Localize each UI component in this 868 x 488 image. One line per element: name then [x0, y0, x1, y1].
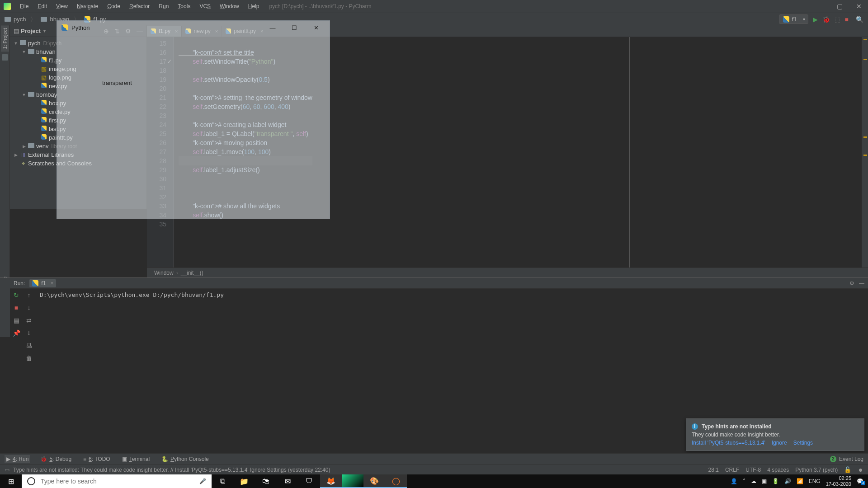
- python-icon: [783, 16, 789, 23]
- close-button[interactable]: ✕: [854, 3, 864, 10]
- menu-window[interactable]: Window: [216, 2, 243, 10]
- down-button[interactable]: ↓: [28, 304, 31, 311]
- event-log-tab[interactable]: Event Log: [839, 456, 863, 462]
- soft-wrap-button[interactable]: ⇄: [26, 317, 32, 324]
- readonly-icon[interactable]: 🔓: [844, 466, 851, 473]
- bookmarks-icon[interactable]: [2, 54, 8, 61]
- project-tab[interactable]: 1: Project: [1, 25, 9, 52]
- pywin-minimize[interactable]: —: [264, 24, 282, 31]
- run-tool-window: Run: f1 × ⚙ — ↻ ■ ▤ 📌 ↑ ↓ ⇄ ⤓ 🖶 🗑 D:\pyc…: [0, 277, 868, 337]
- bottom-tab[interactable]: ▣Terminal: [120, 455, 151, 463]
- right-margin-line: [629, 37, 630, 267]
- print-button[interactable]: 🖶: [26, 342, 32, 349]
- project-view-dropdown[interactable]: ▾: [43, 28, 46, 33]
- hide-icon[interactable]: —: [859, 280, 864, 286]
- error-stripe[interactable]: [862, 37, 868, 267]
- clear-button[interactable]: 🗑: [26, 355, 32, 362]
- menu-file[interactable]: File: [16, 2, 32, 10]
- firefox-button[interactable]: 🦊: [320, 474, 342, 488]
- tray-expand-icon[interactable]: ˄: [743, 478, 745, 484]
- search-input[interactable]: [41, 478, 194, 485]
- windows-search[interactable]: 🎤: [22, 474, 212, 488]
- notification-link-settings[interactable]: Settings: [793, 440, 813, 446]
- encoding[interactable]: UTF-8: [745, 467, 761, 473]
- predator-button[interactable]: 🛡: [298, 474, 320, 488]
- status-icon[interactable]: ▭: [5, 467, 9, 473]
- up-button[interactable]: ↑: [28, 291, 31, 299]
- main-menu: File Edit View Navigate Code Refactor Ru…: [16, 2, 263, 10]
- menu-code[interactable]: Code: [104, 2, 124, 10]
- pin-button[interactable]: 📌: [13, 329, 20, 337]
- menu-refactor[interactable]: Refactor: [126, 2, 153, 10]
- action-center-button[interactable]: 💬4: [857, 478, 863, 484]
- volume-icon[interactable]: 🔊: [784, 478, 791, 484]
- interpreter[interactable]: Python 3.7 (pych): [795, 467, 838, 473]
- menu-vcs[interactable]: VCS: [196, 2, 214, 10]
- menu-run[interactable]: Run: [155, 2, 172, 10]
- ide-title-bar: File Edit View Navigate Code Refactor Ru…: [0, 0, 868, 13]
- menu-help[interactable]: Help: [245, 2, 263, 10]
- rerun-button[interactable]: ↻: [14, 291, 19, 299]
- crumb-method[interactable]: __init__(): [181, 270, 203, 276]
- bottom-tab[interactable]: ▶4: Run: [5, 455, 30, 463]
- pywin-close[interactable]: ✕: [307, 24, 325, 31]
- run-config-selector[interactable]: f1: [779, 14, 808, 24]
- python-icon: [32, 280, 38, 286]
- debug-button[interactable]: 🐞: [822, 16, 830, 23]
- scroll-end-button[interactable]: ⤓: [26, 329, 32, 337]
- pycharm-button[interactable]: [342, 474, 363, 488]
- settings-icon[interactable]: ⚙: [849, 280, 854, 286]
- bottom-tab[interactable]: 🐞5: Debug: [38, 455, 73, 463]
- menu-view[interactable]: View: [52, 2, 71, 10]
- task-view-button[interactable]: ⧉: [212, 474, 233, 488]
- start-button[interactable]: ⊞: [0, 477, 22, 486]
- mail-button[interactable]: ✉: [277, 474, 298, 488]
- project-icon: ▤: [14, 28, 19, 34]
- notification-link-install[interactable]: Install 'PyQt5-stubs==5.13.1.4': [692, 440, 765, 446]
- paint-button[interactable]: 🎨: [363, 474, 385, 488]
- inspections-icon[interactable]: ☻: [858, 467, 863, 473]
- stop-button[interactable]: ■: [845, 16, 849, 23]
- pywin-maximize[interactable]: ☐: [285, 24, 303, 31]
- python-label-transparent: transparent: [102, 80, 132, 86]
- status-message[interactable]: Type hints are not installed: They could…: [13, 467, 330, 473]
- line-separator[interactable]: CRLF: [725, 467, 739, 473]
- folder-icon: [41, 17, 47, 22]
- search-everywhere-button[interactable]: 🔍: [856, 16, 863, 23]
- menu-tools[interactable]: Tools: [174, 2, 194, 10]
- event-count-badge: 2: [830, 456, 836, 462]
- people-icon[interactable]: 👤: [731, 478, 737, 484]
- menu-edit[interactable]: Edit: [34, 2, 51, 10]
- layout-button[interactable]: ▤: [14, 317, 19, 324]
- notification-title: Type hints are not installed: [702, 423, 771, 430]
- clock[interactable]: 02:25 17-03-2020: [826, 475, 851, 487]
- bottom-tab[interactable]: ≡6: TODO: [81, 455, 112, 463]
- language-indicator[interactable]: ENG: [809, 478, 821, 484]
- maximize-button[interactable]: ▢: [834, 3, 845, 10]
- python-app-window[interactable]: Python — ☐ ✕ transparent: [57, 20, 330, 219]
- breadcrumb-root[interactable]: pych: [14, 16, 26, 23]
- jupyter-button[interactable]: ◯: [385, 474, 407, 488]
- menu-navigate[interactable]: Navigate: [73, 2, 102, 10]
- explorer-button[interactable]: 📁: [233, 474, 255, 488]
- stop-button[interactable]: ■: [14, 304, 18, 311]
- wifi-icon[interactable]: 📶: [797, 478, 803, 484]
- notification-link-ignore[interactable]: Ignore: [772, 440, 787, 446]
- crumb-class[interactable]: Window: [154, 270, 174, 276]
- cortana-icon: [27, 477, 35, 485]
- nvidia-icon[interactable]: ▣: [762, 478, 767, 484]
- caret-position[interactable]: 28:1: [708, 467, 719, 473]
- run-tab-f1[interactable]: f1 ×: [29, 279, 56, 287]
- battery-icon[interactable]: 🔋: [772, 478, 779, 484]
- editor-breadcrumb: Window › __init__(): [147, 267, 868, 277]
- onedrive-icon[interactable]: ☁: [751, 478, 756, 484]
- indent[interactable]: 4 spaces: [767, 467, 789, 473]
- coverage-button[interactable]: ⬚: [835, 16, 840, 23]
- minimize-button[interactable]: —: [814, 3, 826, 10]
- window-title: pych [D:\pych] - ..\bhuvan\f1.py - PyCha…: [269, 3, 371, 9]
- bottom-tab[interactable]: 🐍Python Console: [160, 455, 211, 463]
- mic-icon[interactable]: 🎤: [199, 478, 206, 484]
- store-button[interactable]: 🛍: [255, 474, 277, 488]
- run-button[interactable]: ▶: [813, 16, 818, 23]
- notification-body: They could make code insight better.: [692, 432, 859, 438]
